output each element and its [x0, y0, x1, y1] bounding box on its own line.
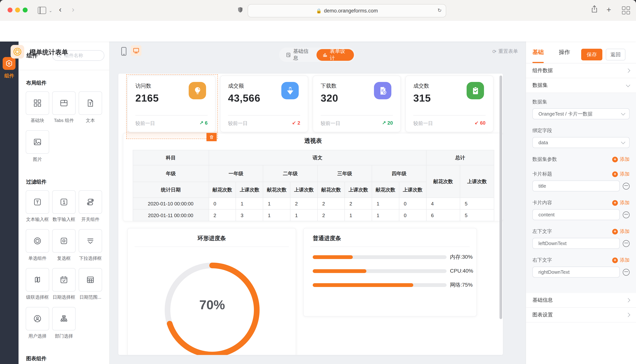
- pivot-table-card[interactable]: 透视表 科目语文总计年级一年级二年级三年级四年级献花次数上课次数统计日期献花次数…: [123, 133, 503, 221]
- add-button[interactable]: +添加: [612, 156, 629, 163]
- inspector-row-label: 图表设置: [532, 312, 553, 318]
- inspector-row[interactable]: 数据集: [526, 78, 636, 93]
- progress-fill: [313, 269, 366, 273]
- dataset-section: 数据集 OrangeTest / 卡片一数据 绑定字段 data 数据集参数 +…: [526, 93, 636, 293]
- component-item[interactable]: 单选组件: [26, 229, 49, 268]
- inspector-row[interactable]: 基础信息: [526, 293, 636, 308]
- forward-button[interactable]: ›: [72, 5, 74, 14]
- canvas-scrollbar[interactable]: [500, 76, 502, 319]
- stat-card[interactable]: 访问数 2165 较前一日 ↗ 6: [127, 76, 216, 132]
- component-item[interactable]: 开关组件: [79, 190, 102, 229]
- progress-bars-card[interactable]: 普通进度条 内存:30% CPU:40%: [303, 228, 477, 316]
- component-item[interactable]: 基础块: [26, 92, 49, 130]
- remove-field-button[interactable]: [623, 240, 629, 247]
- inspector-row[interactable]: 组件数据: [526, 64, 636, 78]
- remove-field-button[interactable]: [623, 269, 629, 276]
- progress-bars-title: 普通进度条: [313, 235, 341, 242]
- switch-icon[interactable]: [79, 190, 102, 214]
- back-button[interactable]: ‹: [59, 5, 61, 14]
- ring-progress-card[interactable]: 环形进度条 70%: [127, 228, 296, 355]
- field-value-input[interactable]: leftDownText: [532, 238, 620, 249]
- reset-form-button[interactable]: ⟳ 重置表单: [492, 48, 518, 55]
- component-item[interactable]: 级联选择框: [26, 268, 49, 307]
- page-title: 橙单统计表单: [30, 48, 68, 57]
- save-button[interactable]: 保存: [581, 49, 602, 60]
- zoom-window-button[interactable]: [23, 8, 28, 12]
- minimize-window-button[interactable]: [15, 8, 20, 12]
- progress-label: CPU:40%: [450, 268, 473, 274]
- component-item-label: 日期范围...: [77, 294, 104, 307]
- component-item[interactable]: 日期选择框: [52, 268, 76, 307]
- blocks-icon[interactable]: [26, 92, 49, 115]
- date-icon[interactable]: [52, 268, 76, 292]
- number-input-icon[interactable]: [52, 190, 76, 214]
- field-value-input[interactable]: content: [532, 209, 620, 220]
- remove-field-button[interactable]: [623, 182, 629, 189]
- component-item[interactable]: 文本输入框: [26, 190, 49, 229]
- main-area: 组件 组件 布局组件 基础块 Tabs 组件 文本 图片过滤组件: [0, 42, 636, 364]
- tabs-icon[interactable]: [52, 92, 76, 115]
- component-item[interactable]: 下拉选择框: [79, 229, 102, 268]
- field-value-input[interactable]: rightDownText: [532, 266, 620, 278]
- component-item-label: 文本输入框: [24, 216, 51, 229]
- tab-basic-info[interactable]: 基础信息: [279, 48, 316, 62]
- field-value-input[interactable]: title: [532, 180, 620, 192]
- address-bar[interactable]: 🔒 demo.orangeforms.com ↻: [248, 4, 446, 17]
- add-button[interactable]: +添加: [612, 257, 629, 264]
- stat-card-period: 较前一日: [413, 120, 433, 127]
- add-button[interactable]: +添加: [612, 199, 629, 206]
- phone-preview-icon[interactable]: [121, 47, 127, 56]
- text-input-icon[interactable]: [26, 190, 49, 214]
- component-item[interactable]: Tabs 组件: [52, 92, 76, 130]
- user-icon[interactable]: [26, 307, 49, 330]
- component-item[interactable]: 部门选择: [52, 307, 76, 346]
- dept-icon[interactable]: [52, 307, 76, 330]
- select-icon[interactable]: [79, 229, 102, 252]
- chevron-down-icon[interactable]: ⌄: [49, 8, 52, 13]
- add-button[interactable]: +添加: [612, 228, 629, 235]
- stat-card[interactable]: 成交额 43,566 较前一日 ↙ 2: [220, 76, 308, 132]
- image-icon[interactable]: [26, 130, 49, 154]
- desktop-preview-icon[interactable]: [131, 45, 141, 56]
- close-window-button[interactable]: [8, 8, 13, 12]
- component-search-field[interactable]: [64, 52, 99, 58]
- delete-component-button[interactable]: [206, 133, 217, 141]
- component-item[interactable]: 复选框: [52, 229, 76, 268]
- new-tab-icon[interactable]: +: [606, 5, 611, 14]
- cascade-icon[interactable]: [26, 268, 49, 292]
- text-doc-icon[interactable]: [79, 92, 102, 115]
- tab-overview-icon[interactable]: [622, 6, 630, 14]
- component-item[interactable]: 文本: [79, 92, 102, 130]
- remove-field-button[interactable]: [623, 211, 629, 218]
- inspector-tab-操作[interactable]: 操作: [559, 42, 570, 63]
- chevron-right-icon: [626, 298, 630, 302]
- window-controls[interactable]: [8, 8, 28, 12]
- checkbox-icon[interactable]: [52, 229, 76, 252]
- component-item[interactable]: 数字输入框: [52, 190, 76, 229]
- sidebar-toggle-icon[interactable]: [38, 7, 46, 14]
- date-range-icon[interactable]: [79, 268, 102, 292]
- stat-card[interactable]: 成交数 315 较前一日 ↙ 60: [405, 76, 493, 132]
- browser-window: ⌄ ‹ › 🔒 demo.orangeforms.com ↻ + 橙单统计表单 …: [0, 0, 636, 364]
- inspector-row[interactable]: 图表设置: [526, 308, 636, 322]
- component-item[interactable]: 图片: [26, 130, 49, 169]
- radio-icon[interactable]: [26, 229, 49, 252]
- divider: [413, 115, 486, 116]
- reload-icon[interactable]: ↻: [438, 8, 442, 13]
- rail-label[interactable]: 组件: [0, 72, 19, 79]
- progress-bar-row: 内存:30%: [313, 255, 469, 259]
- components-rail-button[interactable]: [3, 57, 16, 70]
- select-input[interactable]: OrangeTest / 卡片一数据: [532, 108, 629, 119]
- component-item[interactable]: 日期范围...: [79, 268, 102, 307]
- select-input[interactable]: data: [532, 137, 629, 148]
- tab-form-design[interactable]: 表单设计: [316, 49, 354, 60]
- add-button[interactable]: +添加: [612, 171, 629, 178]
- card-field-group: 卡片内容 +添加 content: [532, 199, 629, 228]
- form-canvas-area: ⟳ 重置表单 访问数 2165 较前一日 ↗ 6 成交额 43,566 较前一日…: [110, 42, 526, 364]
- return-button[interactable]: 返回: [606, 49, 625, 60]
- privacy-shield-icon[interactable]: [237, 6, 244, 14]
- share-icon[interactable]: [591, 5, 598, 13]
- inspector-tab-基础[interactable]: 基础: [532, 42, 544, 63]
- stat-card[interactable]: 下载数 320 较前一日 ↗ 20: [313, 76, 401, 132]
- component-item[interactable]: 用户选择: [26, 307, 49, 346]
